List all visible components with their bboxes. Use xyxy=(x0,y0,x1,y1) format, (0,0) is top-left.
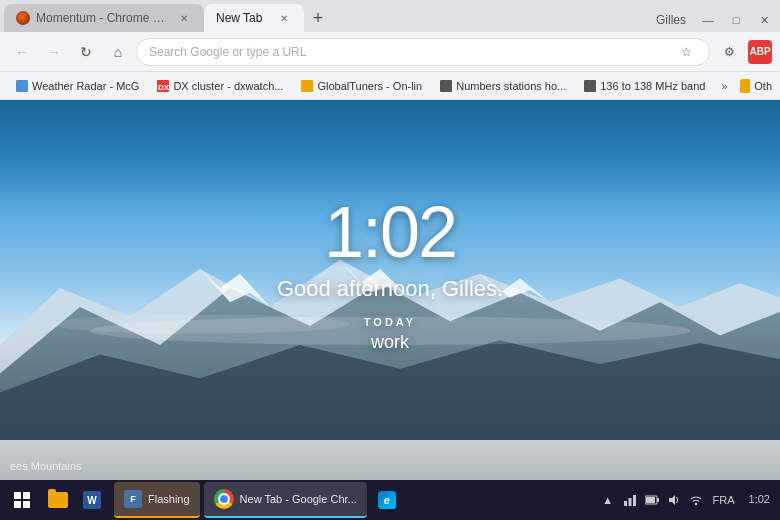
taskbar-file-explorer[interactable] xyxy=(42,484,74,516)
address-bar[interactable]: Search Google or type a URL ☆ xyxy=(136,38,710,66)
svg-rect-15 xyxy=(628,498,631,506)
svg-rect-0 xyxy=(16,80,28,92)
flashing-app-icon: F xyxy=(124,490,142,508)
taskbar-word[interactable]: W xyxy=(76,484,108,516)
tab-momentum-label: Momentum - Chrome W... xyxy=(36,11,170,25)
adblock-extension[interactable]: ABP xyxy=(748,40,772,64)
svg-rect-3 xyxy=(301,80,313,92)
svg-rect-14 xyxy=(624,501,627,506)
address-text: Search Google or type a URL xyxy=(149,45,306,59)
taskbar-time-value: 1:02 xyxy=(749,492,770,507)
photo-caption: ees Mountains xyxy=(10,460,82,472)
toolbar: ← → ↻ ⌂ Search Google or type a URL ☆ ⚙ … xyxy=(0,32,780,72)
tab-new-label: New Tab xyxy=(216,11,270,25)
svg-rect-5 xyxy=(584,80,596,92)
bookmark-136[interactable]: 136 to 138 MHz band xyxy=(576,75,713,97)
chrome-window: Momentum - Chrome W... ✕ New Tab ✕ + Gil… xyxy=(0,0,780,520)
battery-svg xyxy=(645,495,659,505)
home-button[interactable]: ⌂ xyxy=(104,38,132,66)
clock-time: 1:02 xyxy=(277,196,503,268)
bookmark-weather[interactable]: Weather Radar - McG xyxy=(8,75,147,97)
tray-network-icon[interactable] xyxy=(621,491,639,509)
chrome-app-label: New Tab - Google Chr... xyxy=(240,493,357,505)
clock-today-label: TODAY xyxy=(277,316,503,328)
tab-new[interactable]: New Tab ✕ xyxy=(204,4,304,32)
language-badge[interactable]: FRA xyxy=(709,494,739,506)
bookmark-weather-icon xyxy=(16,80,28,92)
new-tab-button[interactable]: + xyxy=(304,4,332,32)
bookmark-dx-label: DX cluster - dxwatch... xyxy=(173,80,283,92)
svg-marker-20 xyxy=(669,495,675,505)
tab-new-close[interactable]: ✕ xyxy=(276,10,292,26)
bookmark-numbers-icon xyxy=(440,80,452,92)
start-button[interactable] xyxy=(4,482,40,518)
momentum-favicon xyxy=(16,11,30,25)
svg-point-21 xyxy=(694,503,696,505)
forward-button[interactable]: → xyxy=(40,38,68,66)
tray-speaker-icon[interactable] xyxy=(665,491,683,509)
network-svg xyxy=(623,493,637,507)
maximize-button[interactable]: □ xyxy=(724,12,748,28)
bookmark-numbers-label: Numbers stations ho... xyxy=(456,80,566,92)
tray-network2-icon[interactable] xyxy=(687,491,705,509)
clock-greeting: Good afternoon, Gilles. xyxy=(277,276,503,302)
svg-rect-18 xyxy=(657,498,659,502)
speaker-svg xyxy=(667,493,681,507)
settings-icon[interactable]: ⚙ xyxy=(718,41,740,63)
bookmark-gt-icon xyxy=(301,80,313,92)
close-button[interactable]: ✕ xyxy=(752,12,776,28)
main-content: 1:02 Good afternoon, Gilles. TODAY work … xyxy=(0,100,780,480)
edge-icon: e xyxy=(378,491,396,509)
tab-momentum[interactable]: Momentum - Chrome W... ✕ xyxy=(4,4,204,32)
bookmark-136-icon xyxy=(584,80,596,92)
tab-momentum-close[interactable]: ✕ xyxy=(176,10,192,26)
title-bar: Momentum - Chrome W... ✕ New Tab ✕ + Gil… xyxy=(0,0,780,32)
bookmarks-more-button[interactable]: » xyxy=(715,78,733,94)
bookmark-globaltuners[interactable]: GlobalTuners - On-lin xyxy=(293,75,430,97)
taskbar: W F Flashing New Tab - Google Chr... e ▲ xyxy=(0,480,780,520)
bookmark-star-icon[interactable]: ☆ xyxy=(675,41,697,63)
bookmark-folder-other[interactable] xyxy=(740,79,751,93)
clock-area: 1:02 Good afternoon, Gilles. TODAY work xyxy=(277,196,503,353)
address-bar-icons: ☆ xyxy=(675,41,697,63)
word-icon: W xyxy=(83,491,101,509)
taskbar-edge[interactable]: e xyxy=(371,484,403,516)
svg-rect-4 xyxy=(440,80,452,92)
taskbar-time: 1:02 xyxy=(743,492,776,507)
title-bar-right: Gilles — □ ✕ xyxy=(650,12,776,32)
bookmark-other-label: Oth xyxy=(754,80,772,92)
bookmarks-bar: Weather Radar - McG DX DX cluster - dxwa… xyxy=(0,72,780,100)
svg-rect-16 xyxy=(633,495,636,506)
windows-logo-icon xyxy=(14,492,30,508)
chrome-taskbar-icon xyxy=(214,489,234,509)
minimize-button[interactable]: — xyxy=(696,12,720,28)
bookmark-136-label: 136 to 138 MHz band xyxy=(600,80,705,92)
flashing-app-label: Flashing xyxy=(148,493,190,505)
clock-focus: work xyxy=(277,332,503,353)
back-button[interactable]: ← xyxy=(8,38,36,66)
bookmark-dx-icon: DX xyxy=(157,80,169,92)
taskbar-chrome-app[interactable]: New Tab - Google Chr... xyxy=(204,482,367,518)
taskbar-pinned: W xyxy=(42,484,108,516)
reload-button[interactable]: ↻ xyxy=(72,38,100,66)
taskbar-flashing-app[interactable]: F Flashing xyxy=(114,482,200,518)
taskbar-tray: ▲ xyxy=(599,491,776,509)
svg-rect-19 xyxy=(646,497,655,503)
svg-text:DX: DX xyxy=(158,83,169,92)
bookmark-dx[interactable]: DX DX cluster - dxwatch... xyxy=(149,75,291,97)
user-name: Gilles xyxy=(650,13,692,27)
bookmark-weather-label: Weather Radar - McG xyxy=(32,80,139,92)
file-explorer-icon xyxy=(48,492,68,508)
bookmark-gt-label: GlobalTuners - On-lin xyxy=(317,80,422,92)
tray-battery-icon[interactable] xyxy=(643,491,661,509)
taskbar-running-apps: F Flashing New Tab - Google Chr... e xyxy=(114,482,403,518)
bookmark-numbers[interactable]: Numbers stations ho... xyxy=(432,75,574,97)
wifi-svg xyxy=(690,494,702,506)
tray-arrow-icon[interactable]: ▲ xyxy=(599,491,617,509)
